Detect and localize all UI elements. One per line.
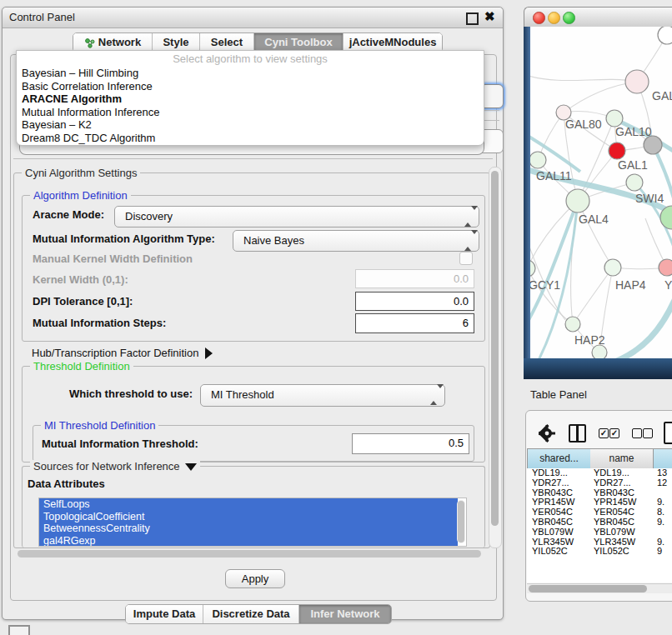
network-edge[interactable]: [610, 298, 672, 358]
network-node[interactable]: [644, 136, 662, 154]
table-cell: YPR145W: [594, 498, 654, 508]
network-node[interactable]: [659, 259, 672, 276]
algorithm-option[interactable]: ARACNE Algorithm: [17, 92, 484, 106]
aracne-mode-select[interactable]: Discovery: [114, 206, 479, 228]
hub-definition-expander[interactable]: Hub/Transcription Factor Definition: [32, 345, 213, 360]
data-attributes-items: SelfLoopsTopologicalCoefficientBetweenne…: [39, 498, 466, 547]
cyni-settings-title: Cyni Algorithm Settings: [22, 167, 140, 179]
attr-list-scrollbar[interactable]: [457, 500, 465, 543]
network-canvas[interactable]: GALGAL80GAL10GAL1GAL11SWI4GAL4GCY1HAP4YH…: [530, 27, 672, 358]
network-node[interactable]: [604, 259, 621, 276]
table-row[interactable]: YLR345WYLR345W9.: [527, 538, 672, 548]
window-close-button[interactable]: [533, 12, 545, 24]
table-horizontal-scrollbar[interactable]: [527, 583, 672, 593]
table-row[interactable]: YBR045CYBR045C9.: [527, 518, 672, 528]
algorithm-option[interactable]: Bayesian – K2: [17, 118, 484, 132]
mi-steps-input[interactable]: 6: [355, 313, 474, 333]
algorithm-option[interactable]: Dream8 DC_TDC Algorithm: [17, 132, 484, 145]
table-cell: 9.: [657, 518, 672, 528]
network-node[interactable]: [530, 260, 535, 277]
sources-title[interactable]: Sources for Network Inference: [30, 460, 200, 472]
settings-horizontal-scrollbar[interactable]: [15, 549, 487, 558]
manual-kernel-checkbox[interactable]: [459, 252, 473, 265]
select-all-icon[interactable]: ✓: [609, 428, 619, 438]
groupbox-line-fragment: [483, 120, 499, 121]
network-window-titlebar[interactable]: [524, 7, 672, 28]
network-node-label: GCY1: [530, 278, 560, 292]
network-node[interactable]: [592, 345, 607, 358]
data-attribute-item[interactable]: gal4RGexp: [39, 535, 458, 548]
close-icon[interactable]: ✖: [484, 9, 495, 24]
table-row[interactable]: YDL19...YDL19...13: [527, 468, 672, 478]
network-node[interactable]: [530, 152, 546, 168]
table-row[interactable]: YPR145WYPR145W9.: [527, 498, 672, 508]
tab-select[interactable]: Select: [199, 33, 253, 52]
algorithm-option[interactable]: Bayesian – Hill Climbing: [17, 67, 484, 80]
table-cell: YLR345W: [532, 538, 592, 548]
network-edge[interactable]: [530, 201, 578, 328]
tab-cyni-toolbox-label: Cyni Toolbox: [264, 33, 332, 52]
dpi-tolerance-label: DPI Tolerance [0,1]:: [33, 295, 133, 308]
mi-threshold-input[interactable]: 0.5: [352, 433, 469, 454]
network-node[interactable]: [606, 110, 623, 127]
which-threshold-select[interactable]: MI Threshold: [200, 384, 445, 407]
tab-cyni-toolbox[interactable]: Cyni Toolbox: [253, 33, 343, 52]
table-row[interactable]: YBL079WYBL079W: [527, 528, 672, 538]
table-row[interactable]: YDR27...YDR27...12: [527, 478, 672, 488]
tab-impute-data-label: Impute Data: [133, 605, 195, 623]
tab-style[interactable]: Style: [152, 33, 199, 52]
mi-type-select[interactable]: Naive Bayes: [233, 230, 479, 252]
data-attribute-item[interactable]: TopologicalCoefficient: [39, 511, 458, 523]
float-window-icon[interactable]: [466, 12, 479, 25]
select-all-icon[interactable]: ✓: [599, 428, 609, 438]
network-node[interactable]: [566, 189, 589, 212]
dpi-tolerance-input[interactable]: 0.0: [355, 292, 474, 311]
table-row[interactable]: YBR043CYBR043C: [527, 488, 672, 498]
network-node[interactable]: [565, 317, 580, 332]
network-node[interactable]: [609, 142, 625, 159]
aracne-mode-value: Discovery: [125, 210, 173, 222]
window-minimize-button[interactable]: [548, 12, 560, 24]
tab-discretize-data[interactable]: Discretize Data: [203, 605, 298, 623]
table-row[interactable]: YIL052CYIL052C9: [527, 547, 672, 557]
deselect-all-icon[interactable]: [632, 428, 642, 438]
table-header-shared[interactable]: shared...: [527, 448, 591, 469]
settings-vscroll-thumb[interactable]: [491, 171, 499, 526]
tab-infer-network[interactable]: Infer Network: [298, 605, 391, 623]
table-hscroll-thumb[interactable]: [529, 585, 647, 592]
column-layout-icon[interactable]: [569, 424, 586, 442]
table-row[interactable]: YER054CYER054C8.: [527, 508, 672, 518]
kernel-width-input[interactable]: 0.0: [355, 269, 474, 288]
network-node[interactable]: [625, 70, 649, 93]
algorithm-option[interactable]: Mutual Information Inference: [17, 106, 484, 119]
attr-list-scrollbar-thumb[interactable]: [458, 501, 464, 542]
new-file-icon[interactable]: [664, 422, 672, 444]
network-node[interactable]: [626, 174, 643, 191]
settings-vertical-scrollbar[interactable]: [489, 167, 502, 548]
data-attribute-item[interactable]: SelfLoops: [39, 498, 458, 511]
settings-hscroll-thumb[interactable]: [18, 550, 481, 558]
algorithm-dropdown-popup: Select algorithm to view settings Bayesi…: [16, 50, 484, 146]
tab-network[interactable]: Network: [73, 33, 152, 52]
network-edge[interactable]: [530, 75, 637, 82]
network-node[interactable]: [658, 27, 672, 44]
tab-impute-data[interactable]: Impute Data: [126, 605, 203, 623]
algorithm-option-list: Bayesian – Hill ClimbingBasic Correlatio…: [17, 67, 484, 144]
data-attribute-item[interactable]: BetweennessCentrality: [39, 522, 458, 535]
table-header-name[interactable]: name: [590, 448, 654, 469]
collapsed-panel-icon[interactable]: [8, 625, 30, 635]
threshold-definition-title: Threshold Definition: [30, 360, 133, 372]
deselect-all-icon[interactable]: [643, 428, 653, 438]
network-node-label: SWI4: [635, 192, 664, 205]
table-options-gear-icon[interactable]: [539, 424, 555, 442]
stepper-arrows-icon: [430, 388, 438, 401]
table-header-cut[interactable]: [654, 448, 672, 469]
data-attributes-list[interactable]: SelfLoopsTopologicalCoefficientBetweenne…: [38, 498, 467, 547]
control-panel-titlebar[interactable]: Control Panel ✖: [3, 8, 503, 28]
window-zoom-button[interactable]: [563, 12, 575, 24]
apply-button[interactable]: Apply: [225, 569, 285, 588]
screen: Control Panel ✖ Network Style Select Cyn…: [0, 0, 672, 635]
tab-jactivemnodules[interactable]: jActiveMNodules: [343, 33, 442, 52]
network-edge[interactable]: [573, 268, 613, 324]
algorithm-option[interactable]: Basic Correlation Inference: [17, 80, 484, 93]
